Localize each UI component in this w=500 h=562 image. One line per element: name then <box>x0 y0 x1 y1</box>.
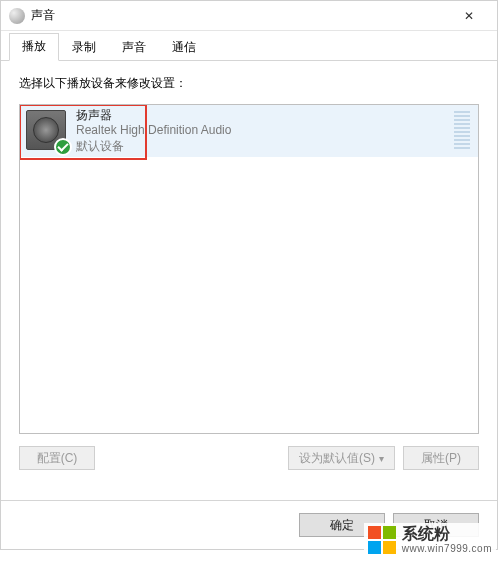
tab-playback[interactable]: 播放 <box>9 33 59 61</box>
watermark-line1: 系统粉 <box>402 525 492 543</box>
device-name: 扬声器 <box>76 108 454 124</box>
sound-dialog: 声音 ✕ 播放 录制 声音 通信 选择以下播放设备来修改设置： 扬声器 Real… <box>0 0 498 550</box>
tab-sounds[interactable]: 声音 <box>109 34 159 61</box>
tab-content: 选择以下播放设备来修改设置： 扬声器 Realtek High Definiti… <box>1 61 497 484</box>
device-list[interactable]: 扬声器 Realtek High Definition Audio 默认设备 <box>19 104 479 434</box>
watermark: 系统粉 www.win7999.com <box>364 523 496 556</box>
properties-button[interactable]: 属性(P) <box>403 446 479 470</box>
device-icon <box>26 110 68 152</box>
titlebar: 声音 ✕ <box>1 1 497 31</box>
watermark-text: 系统粉 www.win7999.com <box>402 525 492 554</box>
instruction-text: 选择以下播放设备来修改设置： <box>19 75 479 92</box>
device-text: 扬声器 Realtek High Definition Audio 默认设备 <box>76 108 454 155</box>
window-controls: ✕ <box>449 2 489 30</box>
window-title: 声音 <box>31 7 449 24</box>
tab-communications[interactable]: 通信 <box>159 34 209 61</box>
device-buttons: 配置(C) 设为默认值(S) 属性(P) <box>19 446 479 470</box>
watermark-line2: www.win7999.com <box>402 543 492 554</box>
level-meter <box>454 111 470 151</box>
sound-icon <box>9 8 25 24</box>
watermark-tiles-icon <box>368 526 396 554</box>
tab-recording[interactable]: 录制 <box>59 34 109 61</box>
tab-row: 播放 录制 声音 通信 <box>1 33 497 61</box>
device-status: 默认设备 <box>76 139 454 155</box>
configure-button[interactable]: 配置(C) <box>19 446 95 470</box>
device-description: Realtek High Definition Audio <box>76 123 454 139</box>
device-item-speaker[interactable]: 扬声器 Realtek High Definition Audio 默认设备 <box>20 105 478 157</box>
close-button[interactable]: ✕ <box>449 2 489 30</box>
default-check-icon <box>54 138 72 156</box>
set-default-button[interactable]: 设为默认值(S) <box>288 446 395 470</box>
